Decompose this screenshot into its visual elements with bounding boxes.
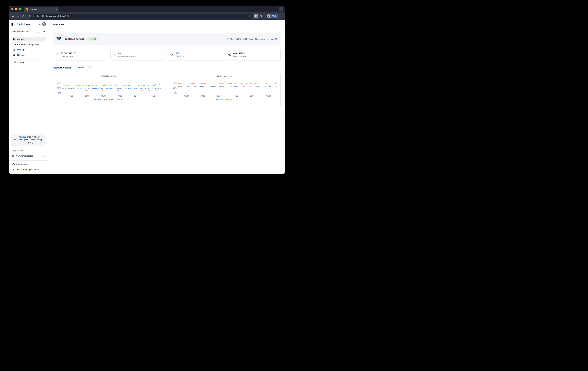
cpu-usage-chart: CPU Usage (%) 0 %35 %70 %00:0000:0000:00…: [53, 73, 165, 107]
service-selector[interactable]: aws postgres-ser...: [11, 29, 41, 34]
legend-item-idle[interactable]: idle: [117, 99, 124, 101]
sidebar: ClickHouse AM aws postgres-ser...: [9, 20, 49, 174]
user-avatar[interactable]: AM: [42, 22, 46, 26]
status-badge: Running: [87, 37, 98, 41]
page-header: Overview: [49, 20, 285, 29]
info-icon: [29, 15, 31, 17]
sidebar-item-label: Overview: [17, 38, 26, 40]
stat-label: Used storage: [61, 55, 76, 58]
aws-icon: aws: [13, 31, 16, 33]
integrations-item[interactable]: Integrations: [11, 162, 46, 167]
clickhouse-favicon-icon: [26, 9, 28, 11]
remote-connect-icon: [13, 61, 16, 64]
chevron-up-down-icon: [38, 31, 40, 33]
sidebar-item-overview[interactable]: Overview: [11, 37, 46, 41]
chevron-up-down-icon: [87, 67, 89, 69]
legend-dash-icon: [226, 100, 229, 100]
stat-label: Network traffic: [233, 55, 246, 58]
brand-name[interactable]: ClickHouse: [17, 23, 37, 26]
organization-name: AM's Organization: [16, 155, 33, 157]
system-status-item[interactable]: All systems operational: [11, 167, 46, 172]
reload-button[interactable]: [21, 14, 26, 18]
zoom-window-button[interactable]: [19, 8, 21, 10]
x-axis-label: 00:00: [266, 95, 271, 97]
legend-label: system: [108, 99, 114, 101]
trial-notice-text: Your trial ends in 30 days — enter payme…: [17, 136, 44, 144]
puzzle-icon: [12, 163, 15, 166]
stat-value: 188: [176, 52, 185, 54]
browser-toolbar: ← → localhost:8910/postgres/pgkybgnv0s5i…: [9, 12, 285, 20]
legend-label: data: [230, 99, 233, 101]
x-axis-label: 00:00: [68, 95, 73, 97]
series-data: [178, 83, 277, 84]
penguin-icon: [268, 15, 270, 17]
legend-item-user[interactable]: user: [94, 99, 101, 101]
browser-menu-button[interactable]: ⋮: [279, 15, 283, 18]
legend-dash-icon: [104, 100, 107, 100]
tab-close-icon[interactable]: ×: [55, 9, 57, 11]
bookmark-star-icon[interactable]: ☆: [249, 15, 251, 18]
stat-card-storage: 55 GB / 118 GB Used storage: [53, 49, 108, 60]
y-axis-label: 70 %: [57, 82, 61, 84]
notifications-button[interactable]: [38, 23, 41, 26]
trial-notice[interactable]: Your trial ends in 30 days — enter payme…: [11, 134, 46, 146]
integrations-label: Integrations: [16, 163, 28, 166]
new-tab-button[interactable]: +: [61, 8, 63, 11]
sidebar-item-label: ClickHouse integration: [17, 43, 39, 46]
reload-icon: [22, 15, 25, 17]
stat-value: 23: [118, 52, 136, 54]
service-meta: 118 GB · 2 vCPU · 8 GB RAM · No standby …: [226, 38, 277, 40]
toolbar-separator: [265, 15, 265, 18]
profile-chip[interactable]: Work: [266, 14, 278, 18]
chart-legend: rootdata: [169, 99, 281, 101]
tab-search-button[interactable]: [279, 7, 283, 11]
stat-card-iops: 188 Disk IOPS: [168, 49, 223, 60]
tab-title: Services: [30, 9, 54, 11]
site-info-button[interactable]: [28, 14, 32, 18]
brand-row: ClickHouse AM: [11, 22, 46, 26]
clickhouse-logo-icon[interactable]: [11, 22, 15, 26]
x-axis-label: 00:00: [150, 95, 155, 97]
stats-row: 55 GB / 118 GB Used storage 23 Active co…: [53, 49, 281, 60]
legend-label: root: [219, 99, 223, 101]
shield-extension-icon[interactable]: [254, 14, 258, 18]
time-range-select[interactable]: Last hour: [74, 65, 91, 70]
y-axis-label: 35 %: [173, 87, 177, 89]
stat-value: 55 GB / 118 GB: [61, 52, 76, 54]
service-banner: postgres-service Running 118 GB · 2 vCPU…: [53, 33, 281, 45]
sidebar-item-clickhouse-integration[interactable]: ClickHouse integration: [11, 42, 46, 47]
network-nodes-icon: [228, 53, 231, 56]
close-window-button[interactable]: [11, 8, 14, 10]
x-axis-label: 00:00: [250, 95, 254, 97]
add-service-button[interactable]: +: [42, 30, 46, 33]
connect-label: Connect: [17, 61, 25, 63]
x-axis-label: 00:00: [217, 95, 222, 97]
sidebar-item-backups[interactable]: Backups: [11, 47, 46, 52]
organization-section-label: Organization: [11, 149, 46, 151]
back-button[interactable]: ←: [11, 14, 15, 18]
url-bar[interactable]: localhost:8910/postgres/pgkybgnv0s5ii ☆: [28, 14, 252, 19]
legend-item-system[interactable]: system: [104, 99, 114, 101]
connect-button[interactable]: Connect: [11, 60, 46, 65]
legend-item-root[interactable]: root: [216, 99, 223, 101]
y-axis-label: 70 %: [173, 82, 177, 84]
browser-tab-services[interactable]: Services ×: [24, 7, 58, 12]
series-user: [63, 88, 161, 89]
plug-icon: [113, 53, 116, 56]
legend-dash-icon: [117, 100, 120, 100]
bell-icon: [38, 23, 41, 26]
extensions-puzzle-icon[interactable]: [259, 14, 263, 18]
forward-button[interactable]: →: [16, 14, 21, 18]
page-title: Overview: [53, 23, 64, 26]
url-text[interactable]: localhost:8910/postgres/pgkybgnv0s5ii: [33, 15, 247, 17]
sidebar-item-label: Backups: [17, 49, 26, 51]
traffic-lights: [11, 8, 21, 10]
sidebar-item-settings[interactable]: Settings: [11, 52, 46, 57]
chevron-down-icon: [280, 9, 282, 10]
series-root: [178, 86, 277, 87]
legend-item-data[interactable]: data: [226, 99, 233, 101]
minimize-window-button[interactable]: [15, 8, 18, 10]
organization-item[interactable]: AM's Organization: [11, 153, 46, 158]
main-content: Overview postgres-service Running 118 GB…: [49, 20, 285, 174]
status-label: All systems operational: [16, 168, 39, 171]
